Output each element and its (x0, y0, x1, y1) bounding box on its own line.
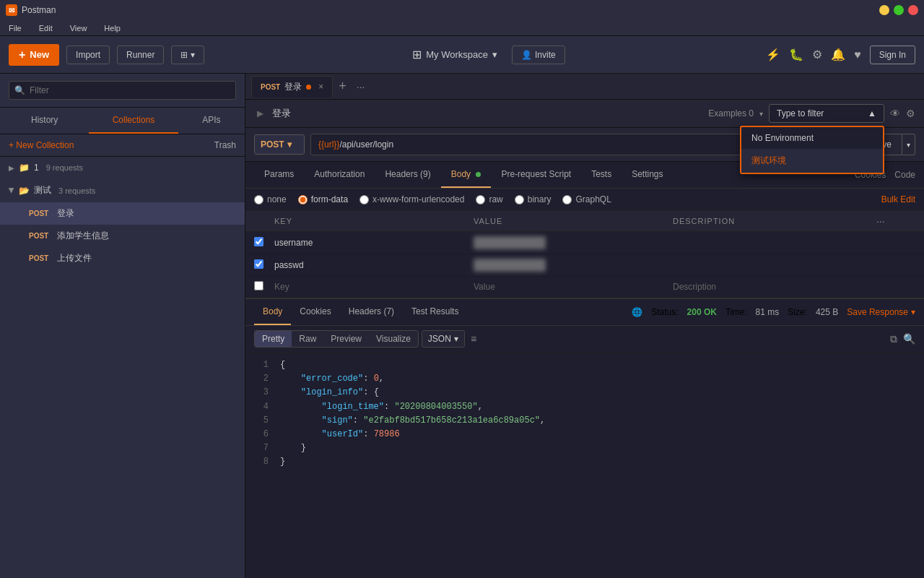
menu-help[interactable]: Help (101, 22, 123, 34)
req-tab-tests[interactable]: Tests (581, 162, 622, 188)
add-tab-button[interactable]: + (334, 79, 351, 94)
search-response-icon[interactable]: 🔍 (903, 333, 915, 345)
import-button[interactable]: Import (66, 46, 110, 64)
env-menu-no-env[interactable]: No Environment (741, 127, 883, 149)
main-area: 🔍 History Collections APIs + New Collect… (0, 74, 924, 578)
url-template-var: {{url}} (318, 139, 339, 150)
heart-icon[interactable]: ♥ (854, 48, 861, 61)
save-dropdown-button[interactable]: ▾ (902, 134, 915, 155)
save-response-label: Save Response (847, 307, 908, 317)
resp-tab-test-results[interactable]: Test Results (403, 299, 467, 325)
req-tab-settings[interactable]: Settings (622, 162, 673, 188)
tab-apis[interactable]: APIs (178, 108, 245, 134)
req-tab-params[interactable]: Params (254, 162, 304, 188)
kv-more-icon[interactable]: ··· (872, 214, 889, 228)
new-collection-button[interactable]: + New Collection (9, 140, 74, 150)
code-content-7: } (280, 441, 306, 455)
kv-empty-key[interactable]: Key (274, 282, 474, 292)
req-tab-body[interactable]: Body (441, 162, 492, 188)
request-item-login[interactable]: POST 登录 (0, 202, 245, 225)
body-options: none form-data x-www-form-urlencoded raw… (245, 189, 924, 211)
req-tab-auth[interactable]: Authorization (304, 162, 375, 188)
kv-empty-desc[interactable]: Description (673, 282, 872, 292)
kv-value-blur-username (474, 236, 546, 249)
bug-icon[interactable]: 🐛 (789, 48, 803, 61)
save-response-chevron-icon: ▾ (911, 307, 915, 317)
req-tab-prerequest[interactable]: Pre-request Script (491, 162, 581, 188)
radio-none[interactable]: none (254, 194, 287, 204)
menu-view[interactable]: View (67, 22, 90, 34)
json-format-select[interactable]: JSON ▾ (422, 330, 465, 348)
radio-urlencoded[interactable]: x-www-form-urlencoded (359, 194, 464, 204)
trash-button[interactable]: Trash (214, 140, 236, 150)
response-section: Body Cookies Headers (7) Test Results 🌐 … (245, 298, 924, 578)
format-tab-raw[interactable]: Raw (292, 331, 323, 347)
env-eye-icon[interactable]: 👁 (890, 108, 900, 119)
lightning-icon[interactable]: ⚡ (766, 48, 780, 61)
minimize-button[interactable] (879, 5, 889, 15)
radio-raw[interactable]: raw (476, 194, 502, 204)
env-dropdown[interactable]: Type to filter ▲ (769, 104, 884, 123)
response-actions: ⧉ 🔍 (890, 333, 915, 345)
env-gear-icon[interactable]: ⚙ (906, 108, 915, 119)
kv-checkbox-passwd[interactable] (254, 259, 274, 271)
method-select[interactable]: POST ▾ (254, 134, 305, 155)
json-chevron-icon: ▾ (454, 334, 458, 344)
menu-file[interactable]: File (6, 22, 25, 34)
env-menu-test[interactable]: 测试环境 (741, 149, 883, 173)
resp-tab-body[interactable]: Body (254, 299, 291, 325)
collection-header-test[interactable]: ▶ 📂 测试 3 requests (0, 178, 245, 202)
url-display[interactable]: {{url}}/api/user/login (310, 134, 781, 155)
kv-empty-value[interactable]: Value (474, 282, 673, 292)
code-line-2: 2 "error_code": 0, (254, 372, 915, 386)
resp-tab-cookies[interactable]: Cookies (291, 299, 339, 325)
code-content-8: } (280, 455, 285, 469)
save-response-button[interactable]: Save Response ▾ (847, 307, 915, 317)
bell-icon[interactable]: 🔔 (831, 48, 845, 61)
word-wrap-icon[interactable]: ≡ (468, 330, 479, 348)
tab-collections[interactable]: Collections (89, 108, 178, 134)
env-bar: ▶ 登录 Examples 0 ▾ Type to filter ▲ (245, 100, 924, 128)
active-tab[interactable]: POST 登录 × (251, 76, 333, 98)
kv-checkbox-username[interactable] (254, 237, 274, 249)
request-item-upload[interactable]: POST 上传文件 (0, 247, 245, 269)
resp-tab-headers[interactable]: Headers (7) (340, 299, 403, 325)
invite-person-icon: 👤 (521, 50, 532, 60)
tab-history[interactable]: History (0, 108, 89, 134)
settings-icon[interactable]: ⚙ (812, 48, 822, 61)
bulk-edit-button[interactable]: Bulk Edit (881, 194, 915, 204)
maximize-button[interactable] (894, 5, 904, 15)
line-num-7: 7 (254, 441, 269, 455)
req-tab-headers[interactable]: Headers (9) (375, 162, 440, 188)
close-button[interactable] (908, 5, 918, 15)
format-tab-visualize[interactable]: Visualize (369, 331, 418, 347)
search-input[interactable] (9, 81, 236, 100)
menu-edit[interactable]: Edit (36, 22, 56, 34)
invite-button[interactable]: 👤 Invite (512, 46, 565, 64)
format-tab-pretty[interactable]: Pretty (255, 331, 292, 347)
status-label: Status: (651, 307, 678, 317)
collection-header[interactable]: ▶ 📁 1 9 requests (0, 157, 245, 178)
examples-chevron-icon[interactable]: ▾ (759, 110, 763, 118)
more-tabs-button[interactable]: ··· (352, 81, 370, 92)
copy-icon[interactable]: ⧉ (890, 333, 897, 345)
folder-open-icon: 📂 (19, 186, 30, 196)
code-link[interactable]: Code (894, 170, 915, 180)
format-tab-preview[interactable]: Preview (323, 331, 369, 347)
radio-binary[interactable]: binary (515, 194, 552, 204)
tab-close-icon[interactable]: × (318, 82, 323, 92)
new-button[interactable]: + New (9, 44, 59, 66)
request-item-add-student[interactable]: POST 添加学生信息 (0, 225, 245, 247)
sidebar-collection-list: ▶ 📁 1 9 requests ▶ 📂 测试 3 requests POST (0, 157, 245, 578)
app-title: Postman (22, 5, 56, 15)
method-chevron-icon: ▾ (287, 139, 292, 150)
radio-graphql[interactable]: GraphQL (562, 194, 611, 204)
app-logo: ✉ Postman (6, 4, 56, 16)
postman-logo-icon: ✉ (6, 4, 17, 16)
build-tools-button[interactable]: ⊞ ▾ (171, 46, 204, 64)
runner-button[interactable]: Runner (117, 46, 164, 64)
workspace-selector[interactable]: ⊞ My Workspace ▾ (405, 44, 505, 65)
sign-in-button[interactable]: Sign In (870, 46, 915, 64)
tab-bar: POST 登录 × + ··· (245, 74, 924, 100)
radio-form-data[interactable]: form-data (298, 194, 348, 204)
